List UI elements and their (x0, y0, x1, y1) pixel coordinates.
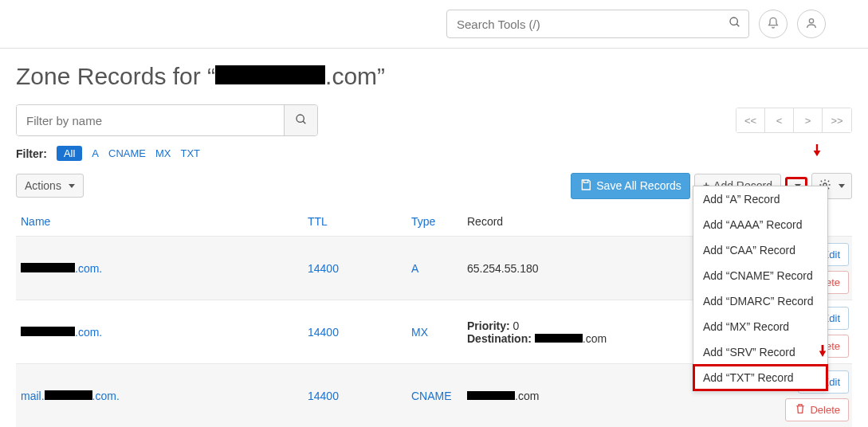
dd-txt-label: Add “TXT” Record (703, 371, 794, 384)
filter-row: << < > >> (16, 104, 852, 136)
cell-type: CNAME (411, 390, 467, 402)
dd-add-mx[interactable]: Add “MX” Record (693, 314, 827, 339)
filter-all[interactable]: All (57, 146, 82, 161)
actions-dropdown-button[interactable]: Actions (16, 174, 84, 198)
filter-a[interactable]: A (92, 147, 99, 159)
dd-add-srv[interactable]: Add “SRV” Record (693, 339, 827, 365)
save-icon (579, 178, 592, 194)
domain-redacted (215, 65, 325, 84)
search-wrap (446, 10, 749, 38)
delete-label: Delete (810, 404, 840, 416)
svg-point-2 (809, 18, 813, 22)
filter-input[interactable] (17, 105, 284, 135)
svg-point-3 (297, 115, 304, 122)
delete-button[interactable]: Delete (785, 398, 849, 421)
record-suffix: .com (515, 390, 539, 402)
record-type-filter: Filter: All A CNAME MX TXT (16, 146, 852, 161)
dest-suffix: .com (583, 332, 607, 345)
filter-search-button[interactable] (284, 105, 317, 135)
cell-ttl: 14400 (308, 262, 411, 275)
cell-name: .com. (21, 326, 308, 339)
dd-add-caa[interactable]: Add “CAA” Record (693, 237, 827, 263)
col-type[interactable]: Type (411, 215, 467, 228)
filter-mx[interactable]: MX (155, 147, 171, 159)
dd-srv-label: Add “SRV” Record (703, 346, 795, 358)
dd-add-dmarc[interactable]: Add “DMARC” Record (693, 288, 827, 314)
title-prefix: Zone Records for “ (16, 63, 215, 89)
user-menu-button[interactable] (797, 10, 826, 38)
caret-down-icon (839, 184, 845, 188)
pager-next[interactable]: > (794, 108, 823, 132)
cell-name: mail..com. (21, 390, 308, 402)
trash-icon (794, 402, 807, 417)
pager-first[interactable]: << (736, 108, 765, 132)
cell-name: .com. (21, 262, 308, 275)
add-record-dropdown: Add “A” Record Add “AAAA” Record Add “CA… (693, 186, 828, 391)
dd-add-aaaa[interactable]: Add “AAAA” Record (693, 212, 827, 237)
actions-label: Actions (25, 179, 61, 192)
redacted (467, 391, 515, 400)
svg-line-4 (303, 121, 305, 123)
caret-down-icon (69, 184, 75, 188)
redacted (21, 263, 75, 272)
cell-ttl: 14400 (308, 326, 411, 339)
redacted (45, 390, 92, 400)
pager-prev[interactable]: < (765, 108, 794, 132)
filter-txt[interactable]: TXT (180, 147, 200, 159)
save-all-button[interactable]: Save All Records (571, 173, 690, 199)
name-prefix: mail. (21, 390, 45, 402)
filter-label: Filter: (16, 147, 47, 160)
dd-add-txt[interactable]: Add “TXT” Record (693, 365, 827, 390)
pager-last[interactable]: >> (823, 108, 851, 132)
save-label: Save All Records (596, 179, 681, 192)
page-title: Zone Records for “.com” (16, 63, 852, 90)
bell-icon (767, 17, 780, 32)
cell-ttl: 14400 (308, 390, 411, 402)
dd-add-a[interactable]: Add “A” Record (693, 186, 827, 212)
filter-cname[interactable]: CNAME (108, 147, 146, 159)
pager: << < > >> (736, 108, 852, 133)
dd-add-cname[interactable]: Add “CNAME” Record (693, 263, 827, 288)
search-input[interactable] (446, 10, 749, 38)
priority-label: Priority: (467, 319, 510, 332)
title-suffix: .com” (325, 63, 385, 89)
search-icon (295, 116, 308, 128)
name-suffix: .com. (75, 326, 102, 339)
filter-input-wrap (16, 104, 318, 136)
destination-label: Destination: (467, 332, 532, 345)
annotation-arrow-2 (816, 336, 829, 363)
search-icon (729, 16, 741, 31)
col-ttl[interactable]: TTL (308, 215, 411, 228)
user-icon (805, 17, 818, 32)
name-suffix: .com. (92, 390, 120, 402)
cell-type: A (411, 262, 467, 275)
col-name[interactable]: Name (21, 215, 308, 228)
cell-type: MX (411, 326, 467, 339)
notifications-button[interactable] (759, 10, 787, 38)
svg-point-0 (730, 18, 737, 25)
redacted (21, 327, 75, 336)
svg-line-1 (736, 24, 739, 26)
redacted (535, 334, 583, 343)
priority-value: 0 (513, 319, 520, 332)
name-suffix: .com. (75, 262, 102, 275)
top-bar (0, 0, 868, 49)
